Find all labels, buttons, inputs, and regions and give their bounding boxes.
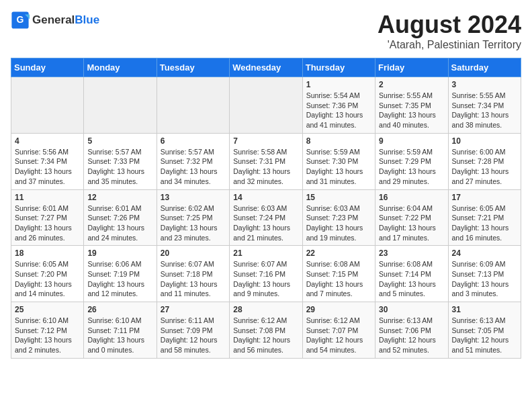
- day-cell: 4Sunrise: 5:56 AMSunset: 7:34 PMDaylight…: [11, 133, 84, 189]
- day-info: Sunrise: 5:54 AM: [306, 91, 371, 101]
- day-info: Sunrise: 6:05 AM: [452, 203, 517, 214]
- day-number: 16: [379, 193, 444, 202]
- day-info: Daylight: 12 hours and 52 minutes.: [379, 335, 444, 355]
- day-info: Sunrise: 6:12 AM: [233, 316, 298, 326]
- day-number: 14: [233, 193, 298, 202]
- day-cell: 12Sunrise: 6:01 AMSunset: 7:26 PMDayligh…: [84, 189, 157, 246]
- day-info: Sunrise: 5:55 AM: [452, 91, 517, 101]
- day-number: 9: [379, 136, 444, 146]
- day-cell: 27Sunrise: 6:11 AMSunset: 7:09 PMDayligh…: [157, 302, 229, 359]
- day-info: Sunrise: 5:57 AM: [161, 147, 226, 157]
- day-info: Sunset: 7:05 PM: [452, 326, 517, 336]
- day-info: Daylight: 13 hours and 5 minutes.: [379, 279, 444, 299]
- day-info: Daylight: 12 hours and 51 minutes.: [452, 335, 517, 355]
- day-info: Daylight: 13 hours and 35 minutes.: [87, 167, 152, 186]
- weekday-header-tuesday: Tuesday: [157, 58, 229, 77]
- day-cell: 14Sunrise: 6:03 AMSunset: 7:24 PMDayligh…: [230, 189, 302, 246]
- day-info: Daylight: 13 hours and 12 minutes.: [87, 279, 152, 299]
- day-info: Daylight: 12 hours and 56 minutes.: [233, 335, 298, 355]
- day-number: 28: [233, 305, 298, 314]
- weekday-header-monday: Monday: [84, 58, 157, 77]
- title-block: August 2024 'Atarah, Palestinian Territo…: [378, 11, 521, 51]
- day-info: Sunset: 7:33 PM: [87, 156, 152, 167]
- day-info: Sunset: 7:11 PM: [87, 326, 152, 336]
- day-info: Sunrise: 6:11 AM: [161, 316, 226, 326]
- day-info: Sunrise: 6:02 AM: [161, 203, 226, 214]
- day-number: 11: [15, 193, 80, 202]
- day-number: 15: [306, 193, 371, 202]
- day-cell: [11, 77, 84, 134]
- day-cell: 6Sunrise: 5:57 AMSunset: 7:32 PMDaylight…: [157, 133, 229, 189]
- week-row-5: 25Sunrise: 6:10 AMSunset: 7:12 PMDayligh…: [11, 302, 521, 359]
- day-number: 4: [15, 136, 80, 146]
- day-info: Sunrise: 6:10 AM: [87, 316, 152, 326]
- day-info: Sunrise: 6:08 AM: [379, 259, 444, 269]
- day-info: Sunset: 7:25 PM: [161, 213, 226, 223]
- day-info: Daylight: 13 hours and 31 minutes.: [306, 167, 371, 186]
- day-cell: [230, 77, 302, 134]
- day-number: 10: [452, 136, 517, 146]
- day-number: 13: [161, 193, 226, 202]
- day-info: Sunrise: 5:57 AM: [87, 147, 152, 157]
- day-cell: 30Sunrise: 6:13 AMSunset: 7:06 PMDayligh…: [375, 302, 448, 359]
- page-title: August 2024: [378, 11, 521, 39]
- day-info: Sunrise: 6:05 AM: [15, 259, 80, 269]
- day-info: Daylight: 13 hours and 27 minutes.: [452, 167, 517, 186]
- day-info: Sunrise: 6:01 AM: [87, 203, 152, 214]
- day-info: Daylight: 13 hours and 9 minutes.: [233, 279, 298, 299]
- day-info: Sunset: 7:35 PM: [379, 101, 444, 111]
- day-info: Daylight: 13 hours and 11 minutes.: [161, 279, 226, 299]
- day-info: Sunset: 7:31 PM: [233, 156, 298, 167]
- day-info: Daylight: 13 hours and 24 minutes.: [87, 223, 152, 242]
- weekday-header-saturday: Saturday: [448, 58, 521, 77]
- day-info: Sunrise: 5:56 AM: [15, 147, 80, 157]
- day-number: 23: [379, 248, 444, 258]
- day-info: Daylight: 13 hours and 16 minutes.: [452, 223, 517, 242]
- day-info: Daylight: 13 hours and 34 minutes.: [161, 167, 226, 186]
- day-number: 12: [87, 193, 152, 202]
- day-cell: 20Sunrise: 6:07 AMSunset: 7:18 PMDayligh…: [157, 246, 229, 302]
- day-cell: 17Sunrise: 6:05 AMSunset: 7:21 PMDayligh…: [448, 189, 521, 246]
- day-info: Daylight: 13 hours and 41 minutes.: [306, 110, 371, 130]
- day-cell: 11Sunrise: 6:01 AMSunset: 7:27 PMDayligh…: [11, 189, 84, 246]
- day-number: 7: [233, 136, 298, 146]
- day-number: 22: [306, 248, 371, 258]
- day-info: Sunrise: 6:03 AM: [306, 203, 371, 214]
- day-info: Daylight: 13 hours and 32 minutes.: [233, 167, 298, 186]
- day-cell: 31Sunrise: 6:13 AMSunset: 7:05 PMDayligh…: [448, 302, 521, 359]
- weekday-header-friday: Friday: [375, 58, 448, 77]
- day-cell: 19Sunrise: 6:06 AMSunset: 7:19 PMDayligh…: [84, 246, 157, 302]
- day-number: 29: [306, 305, 371, 314]
- week-row-2: 4Sunrise: 5:56 AMSunset: 7:34 PMDaylight…: [11, 133, 521, 189]
- day-info: Sunrise: 6:08 AM: [306, 259, 371, 269]
- day-info: Sunset: 7:36 PM: [306, 101, 371, 111]
- day-cell: 2Sunrise: 5:55 AMSunset: 7:35 PMDaylight…: [375, 77, 448, 134]
- day-info: Daylight: 13 hours and 21 minutes.: [233, 223, 298, 242]
- svg-text:G: G: [17, 14, 24, 25]
- day-info: Daylight: 13 hours and 14 minutes.: [15, 279, 80, 299]
- day-info: Sunset: 7:22 PM: [379, 213, 444, 223]
- week-row-1: 1Sunrise: 5:54 AMSunset: 7:36 PMDaylight…: [11, 77, 521, 134]
- day-number: 26: [87, 305, 152, 314]
- day-info: Daylight: 13 hours and 23 minutes.: [161, 223, 226, 242]
- day-info: Sunset: 7:24 PM: [233, 213, 298, 223]
- day-info: Daylight: 13 hours and 26 minutes.: [15, 223, 80, 242]
- day-info: Sunset: 7:29 PM: [379, 156, 444, 167]
- day-number: 18: [15, 248, 80, 258]
- day-number: 6: [161, 136, 226, 146]
- day-info: Sunset: 7:08 PM: [233, 326, 298, 336]
- day-info: Sunset: 7:19 PM: [87, 269, 152, 279]
- day-info: Daylight: 13 hours and 17 minutes.: [379, 223, 444, 242]
- day-info: Sunset: 7:32 PM: [161, 156, 226, 167]
- day-info: Daylight: 12 hours and 58 minutes.: [161, 335, 226, 355]
- day-info: Daylight: 13 hours and 2 minutes.: [15, 335, 80, 355]
- day-number: 17: [452, 193, 517, 202]
- day-info: Sunset: 7:26 PM: [87, 213, 152, 223]
- day-cell: 18Sunrise: 6:05 AMSunset: 7:20 PMDayligh…: [11, 246, 84, 302]
- day-info: Daylight: 13 hours and 3 minutes.: [452, 279, 517, 299]
- day-number: 8: [306, 136, 371, 146]
- day-info: Sunrise: 6:10 AM: [15, 316, 80, 326]
- day-info: Sunset: 7:12 PM: [15, 326, 80, 336]
- day-cell: 7Sunrise: 5:58 AMSunset: 7:31 PMDaylight…: [230, 133, 302, 189]
- logo: G GeneralBlue: [11, 11, 99, 30]
